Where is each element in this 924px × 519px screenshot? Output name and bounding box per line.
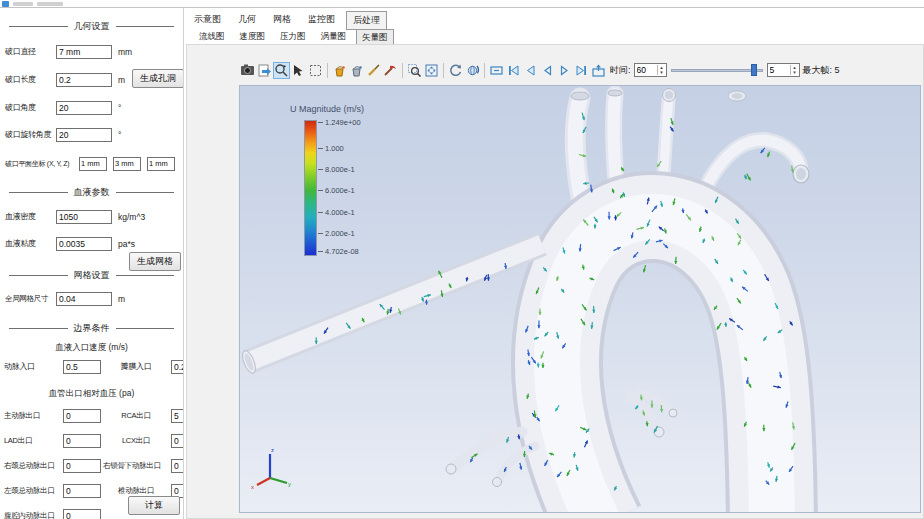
play-icon[interactable] [556, 62, 573, 79]
toolbar-separator [327, 63, 328, 78]
tear-diameter-row: 破口直径 mm [5, 44, 183, 59]
color-legend: U Magnitude (m/s) 1.249e+001.0008.000e-1… [290, 104, 410, 114]
svg-text:z: z [271, 447, 274, 453]
camera-icon[interactable] [239, 62, 256, 79]
legend-tick: 1.000 [318, 144, 344, 153]
toolbar-separator-4 [484, 63, 485, 78]
tab-postprocess[interactable]: 后处理 [346, 11, 387, 30]
select-arrow-icon[interactable] [290, 62, 307, 79]
rotate-ccw-icon[interactable] [447, 62, 464, 79]
select-box-icon[interactable] [307, 62, 324, 79]
right-sub-outlet-input[interactable] [171, 459, 184, 473]
frame-input[interactable] [768, 64, 790, 76]
lcx-outlet-input[interactable] [171, 434, 184, 448]
toolbar-separator-2 [402, 63, 403, 78]
time-spin-arrows[interactable]: ▴▾ [657, 65, 666, 75]
tear-plane-coords-row: 破口平面坐标 (X, Y, Z) [5, 156, 183, 171]
time-input[interactable] [635, 64, 657, 76]
tear-diameter-input[interactable] [56, 45, 112, 59]
tear-rotation-row: 破口旋转角度 ° [5, 127, 183, 142]
first-frame-icon[interactable] [505, 62, 522, 79]
tab-schematic[interactable]: 示意图 [188, 11, 227, 30]
artery-inlet-input[interactable] [63, 360, 101, 374]
valve-inlet-input[interactable] [171, 360, 184, 374]
brush-icon[interactable] [365, 62, 382, 79]
inlet-row: 动脉入口 瓣膜入口 [4, 359, 183, 374]
tear-angle-row: 破口角度 ° [5, 100, 183, 115]
rca-outlet-input[interactable] [171, 409, 184, 423]
render-viewport[interactable]: z y x U Magnitude (m/s) 1.249e+001.0008.… [239, 85, 921, 513]
tab-monitor[interactable]: 监控图 [302, 11, 341, 30]
left-cca-outlet-input[interactable] [63, 484, 101, 498]
geometry-section-header: 几何设置 [9, 20, 174, 33]
fill-can-orange-icon[interactable] [331, 62, 348, 79]
frame-spin-arrows[interactable]: ▴▾ [790, 65, 799, 75]
coord-z-input[interactable] [147, 157, 175, 171]
prev-frame-icon[interactable] [522, 62, 539, 79]
svg-text:y: y [288, 481, 291, 487]
save-animation-icon[interactable] [590, 62, 607, 79]
fill-can-gray-icon[interactable] [348, 62, 365, 79]
mesh-size-row: 全局网格尺寸 m [5, 291, 183, 306]
viewport-toolbar: 时间: ▴▾ ▴▾ 最大帧: 5 [239, 60, 843, 80]
tear-rotation-input[interactable] [56, 128, 112, 142]
frame-spinbox[interactable]: ▴▾ [767, 63, 800, 77]
window-title [13, 2, 33, 6]
compute-button[interactable]: 计算 [128, 496, 180, 515]
last-frame-icon[interactable] [573, 62, 590, 79]
outlet-pressure-header: 血管出口相对血压 (pa) [0, 388, 183, 400]
primary-tab-bar: 示意图 几何 网格 监控图 后处理 [188, 11, 387, 30]
coord-y-input[interactable] [113, 157, 141, 171]
time-spinbox[interactable]: ▴▾ [634, 63, 667, 77]
legend-title: U Magnitude (m/s) [290, 104, 410, 114]
inlet-velocity-header: 血液入口速度 (m/s) [0, 342, 183, 354]
blood-viscosity-row: 血液粘度 pa*s [5, 236, 183, 251]
aorta-outlet-input[interactable] [63, 409, 101, 423]
tab-geometry[interactable]: 几何 [232, 11, 262, 30]
legend-tick: 4.000e-1 [318, 208, 355, 217]
loop-icon[interactable] [488, 62, 505, 79]
mesh-size-input[interactable] [56, 292, 112, 306]
tear-length-input[interactable] [56, 73, 112, 87]
export-scene-icon[interactable] [256, 62, 273, 79]
play-reverse-icon[interactable] [539, 62, 556, 79]
zoom-select-icon[interactable] [273, 62, 290, 79]
aortic-arch [557, 217, 772, 513]
zoom-to-data-icon[interactable] [406, 62, 423, 79]
legend-tick: 1.249e+00 [318, 118, 361, 127]
generate-hole-button[interactable]: 生成孔洞 [132, 69, 184, 88]
boundary-section-header: 边界条件 [9, 322, 174, 335]
blood-density-input[interactable] [56, 210, 112, 224]
generate-mesh-button[interactable]: 生成网格 [129, 252, 181, 271]
tab-mesh[interactable]: 网格 [267, 11, 297, 30]
legend-tick: 4.702e-08 [318, 247, 359, 256]
app-icon [2, 1, 9, 7]
legend-tick: 8.000e-1 [318, 165, 355, 174]
svg-text:x: x [251, 484, 254, 490]
time-label: 时间: [610, 64, 631, 77]
rotate-globe-icon[interactable] [464, 62, 481, 79]
fit-view-icon[interactable] [423, 62, 440, 79]
blood-density-row: 血液密度 kg/m^3 [5, 209, 183, 224]
right-cca-outlet-input[interactable] [63, 459, 101, 473]
coord-x-input[interactable] [79, 157, 107, 171]
lad-outlet-input[interactable] [63, 434, 101, 448]
orientation-axes: z y x [251, 447, 291, 490]
time-slider[interactable] [671, 63, 763, 77]
max-frame-label: 最大帧: 5 [803, 64, 840, 77]
time-slider-groove [671, 69, 763, 72]
legend-tick: 2.000e-1 [318, 229, 355, 238]
postprocess-page: 时间: ▴▾ ▴▾ 最大帧: 5 [186, 44, 924, 519]
celiac-outlet-input[interactable] [63, 509, 101, 519]
tear-angle-input[interactable] [56, 101, 112, 115]
time-slider-handle[interactable] [751, 64, 757, 76]
blood-section-header: 血液参数 [9, 186, 174, 199]
application-window: { "tabs_primary": { "items": [ {"label":… [0, 0, 924, 519]
blood-viscosity-input[interactable] [56, 237, 112, 251]
outlet-row-2: LAD出口 LCX出口 [4, 433, 183, 448]
window-title-2 [37, 2, 63, 6]
pick-icon[interactable] [382, 62, 399, 79]
outlet-row-3: 右颈总动脉出口 右锁骨下动脉出口 [4, 458, 183, 473]
legend-colorbar [304, 120, 317, 256]
outlet-row-1: 主动脉出口 RCA出口 [4, 408, 183, 423]
